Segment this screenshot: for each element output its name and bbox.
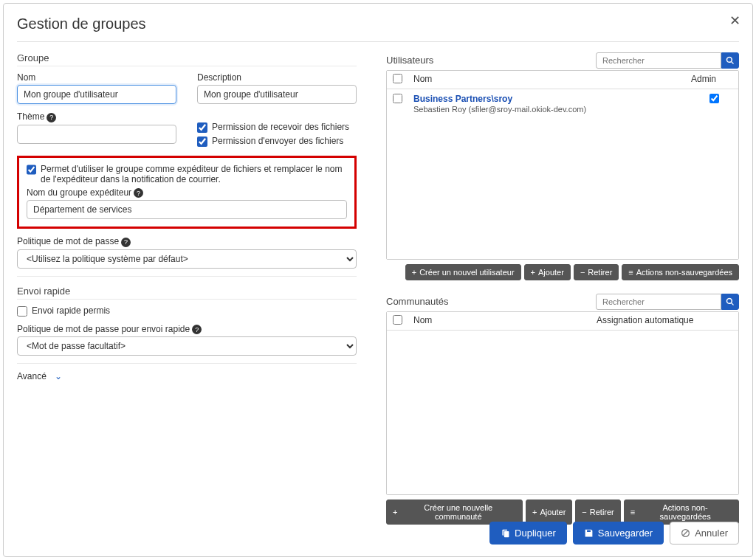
comm-col-nom: Nom <box>413 315 597 327</box>
perm-send-checkbox[interactable] <box>197 136 207 147</box>
help-icon[interactable]: ? <box>192 325 202 334</box>
advanced-toggle[interactable]: Avancé ⌄ <box>17 371 357 381</box>
remove-community-button[interactable]: −Retirer <box>575 499 620 525</box>
remove-user-button[interactable]: −Retirer <box>574 264 619 280</box>
minus-icon: − <box>580 268 585 277</box>
sender-group-label: Permet d'utiliser le groupe comme expédi… <box>41 164 347 184</box>
section-users: Utilisateurs <box>386 55 433 66</box>
divider <box>17 66 357 66</box>
user-row-checkbox[interactable] <box>393 94 402 103</box>
label-description: Description <box>197 72 357 83</box>
duplicate-button[interactable]: Dupliquer <box>489 522 567 545</box>
minus-icon: − <box>582 508 586 516</box>
comm-search-input[interactable] <box>596 294 721 310</box>
unsaved-actions-comm-button[interactable]: ≡Actions non-sauvegardées <box>624 499 739 525</box>
create-user-button[interactable]: +Créer un nouvel utilisateur <box>405 264 521 280</box>
copy-icon <box>501 528 510 538</box>
section-quicksend: Envoi rapide <box>17 286 357 297</box>
unsaved-actions-users-button[interactable]: ≡Actions non-sauvegardées <box>622 264 739 280</box>
close-icon[interactable]: ✕ <box>729 13 740 29</box>
label-theme: Thème? <box>17 111 176 122</box>
section-groupe: Groupe <box>17 52 357 63</box>
plus-icon: + <box>412 268 416 277</box>
section-communities: Communautés <box>386 296 449 307</box>
list-icon: ≡ <box>630 508 635 516</box>
users-col-nom: Nom <box>413 74 685 86</box>
sender-name-input[interactable] <box>27 200 347 219</box>
comm-select-all-checkbox[interactable] <box>393 315 402 325</box>
pwd-policy-label: Politique de mot de passe? <box>17 236 357 247</box>
plus-icon: + <box>531 268 535 277</box>
save-icon <box>584 528 594 538</box>
chevron-down-icon: ⌄ <box>55 371 62 381</box>
label-nom: Nom <box>17 72 176 83</box>
ban-icon <box>681 528 690 538</box>
comm-search-button[interactable] <box>721 294 739 310</box>
svg-line-1 <box>683 530 688 536</box>
users-grid: Nom Admin Business Partners\sroy Sebasti… <box>386 70 739 260</box>
list-icon: ≡ <box>628 268 633 277</box>
modal-title: Gestion de groupes <box>17 15 739 32</box>
sender-group-checkbox[interactable] <box>27 165 36 175</box>
perm-receive-checkbox[interactable] <box>197 122 207 133</box>
comm-col-assign: Assignation automatique <box>597 315 722 327</box>
plus-icon: + <box>532 508 537 516</box>
save-button[interactable]: Sauvegarder <box>573 522 664 545</box>
perm-receive-label: Permission de recevoir des fichiers <box>212 122 349 132</box>
add-community-button[interactable]: +Ajouter <box>526 499 572 525</box>
user-name-link[interactable]: Business Partners\sroy <box>413 94 695 104</box>
create-community-button[interactable]: +Créer une nouvelle communauté <box>386 499 523 525</box>
perm-send-label: Permission d'envoyer des fichiers <box>212 136 343 146</box>
help-icon[interactable]: ? <box>134 188 143 198</box>
theme-input[interactable] <box>17 125 176 144</box>
nom-input[interactable] <box>17 85 176 104</box>
divider <box>17 41 739 42</box>
help-icon[interactable]: ? <box>47 113 56 122</box>
add-user-button[interactable]: +Ajouter <box>524 264 571 280</box>
divider <box>17 276 357 277</box>
pwd-policy-select[interactable]: <Utilisez la politique système par défau… <box>17 249 357 269</box>
users-select-all-checkbox[interactable] <box>393 74 402 83</box>
user-sub-label: Sebastien Roy (sfiler@sroy-mail.okiok-de… <box>413 105 695 114</box>
quicksend-pwd-select[interactable]: <Mot de passe facultatif> <box>17 336 357 356</box>
quicksend-allowed-checkbox[interactable] <box>17 306 27 317</box>
help-icon[interactable]: ? <box>121 238 131 247</box>
search-icon <box>726 56 735 65</box>
quicksend-allowed-label: Envoi rapide permis <box>32 305 110 316</box>
cancel-button[interactable]: Annuler <box>670 522 739 545</box>
sender-name-label: Nom du groupe expéditeur? <box>27 187 347 198</box>
comm-grid: Nom Assignation automatique <box>386 311 739 495</box>
search-icon <box>726 297 735 306</box>
plus-icon: + <box>393 508 397 516</box>
advanced-label: Avancé <box>17 371 47 381</box>
description-input[interactable] <box>197 85 357 104</box>
sender-group-highlight: Permet d'utiliser le groupe comme expédi… <box>17 156 357 229</box>
users-col-admin: Admin <box>685 74 722 86</box>
quicksend-pwd-label: Politique de mot de passe pour envoi rap… <box>17 324 357 335</box>
modal: Gestion de groupes ✕ Groupe Nom Descript… <box>3 3 753 557</box>
user-admin-checkbox[interactable] <box>709 94 719 103</box>
divider <box>17 363 357 364</box>
users-search-button[interactable] <box>721 52 739 69</box>
divider <box>17 299 357 300</box>
table-row[interactable]: Business Partners\sroy Sebastien Roy (sf… <box>387 89 738 118</box>
users-search-input[interactable] <box>596 52 721 69</box>
